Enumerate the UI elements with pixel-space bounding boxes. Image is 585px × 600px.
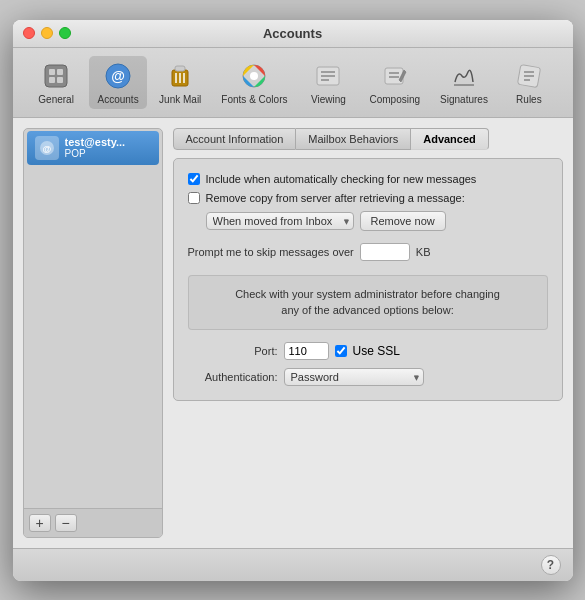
- tab-bar: Account Information Mailbox Behaviors Ad…: [173, 128, 563, 150]
- account-name: test@esty...: [65, 136, 126, 148]
- admin-info-box: Check with your system administrator bef…: [188, 275, 548, 330]
- viewing-label: Viewing: [311, 94, 346, 105]
- junk-icon: [164, 60, 196, 92]
- kb-label: KB: [416, 246, 431, 258]
- accounts-label: Accounts: [98, 94, 139, 105]
- skip-messages-row: Prompt me to skip messages over KB: [188, 243, 548, 261]
- accounts-icon: @: [102, 60, 134, 92]
- auth-dropdown-wrapper: Password MD5 Challenge-Response NTLM Ker…: [284, 368, 424, 386]
- tab-mailbox-behaviors[interactable]: Mailbox Behaviors: [296, 128, 411, 150]
- ssl-label: Use SSL: [353, 344, 400, 358]
- rules-icon: [513, 60, 545, 92]
- composing-icon: [379, 60, 411, 92]
- svg-text:@: @: [111, 68, 125, 84]
- traffic-lights: [23, 27, 71, 39]
- toolbar-item-signatures[interactable]: Signatures: [432, 56, 496, 109]
- svg-rect-3: [49, 77, 55, 83]
- toolbar-item-composing[interactable]: Composing: [361, 56, 428, 109]
- svg-text:@: @: [42, 144, 51, 154]
- info-text-line2: any of the advanced options below:: [281, 304, 453, 316]
- authentication-dropdown[interactable]: Password MD5 Challenge-Response NTLM Ker…: [284, 368, 424, 386]
- account-item[interactable]: @ test@esty... POP: [27, 131, 159, 165]
- port-label: Port:: [188, 345, 278, 357]
- account-type: POP: [65, 148, 126, 159]
- account-info: test@esty... POP: [65, 136, 126, 159]
- include-checking-checkbox[interactable]: [188, 173, 200, 185]
- minimize-button[interactable]: [41, 27, 53, 39]
- remove-copy-checkbox[interactable]: [188, 192, 200, 204]
- main-panel: Account Information Mailbox Behaviors Ad…: [173, 128, 563, 538]
- main-window: Accounts General @ Acc: [13, 20, 573, 581]
- tab-account-information[interactable]: Account Information: [173, 128, 297, 150]
- content-area: @ test@esty... POP + − Account Info: [13, 118, 573, 548]
- sidebar-footer: + −: [24, 508, 162, 537]
- signatures-label: Signatures: [440, 94, 488, 105]
- svg-rect-4: [57, 77, 63, 83]
- general-icon: [40, 60, 72, 92]
- colors-icon: [238, 60, 270, 92]
- composing-label: Composing: [369, 94, 420, 105]
- title-bar: Accounts: [13, 20, 573, 48]
- toolbar-item-rules[interactable]: Rules: [500, 56, 558, 109]
- close-button[interactable]: [23, 27, 35, 39]
- include-checking-label: Include when automatically checking for …: [206, 173, 477, 185]
- skip-messages-label: Prompt me to skip messages over: [188, 246, 354, 258]
- add-account-button[interactable]: +: [29, 514, 51, 532]
- colors-label: Fonts & Colors: [221, 94, 287, 105]
- rules-label: Rules: [516, 94, 542, 105]
- remove-copy-label: Remove copy from server after retrieving…: [206, 192, 465, 204]
- port-row: Port: Use SSL: [188, 342, 548, 360]
- svg-rect-8: [175, 66, 185, 71]
- remove-copy-row: Remove copy from server after retrieving…: [188, 192, 548, 204]
- account-icon: @: [35, 136, 59, 160]
- remove-now-button[interactable]: Remove now: [360, 211, 446, 231]
- footer-bar: ?: [13, 548, 573, 581]
- general-label: General: [38, 94, 74, 105]
- signatures-icon: [448, 60, 480, 92]
- toolbar-item-junk[interactable]: Junk Mail: [151, 56, 209, 109]
- ssl-checkbox[interactable]: [335, 345, 347, 357]
- svg-rect-2: [57, 69, 63, 75]
- remove-account-button[interactable]: −: [55, 514, 77, 532]
- maximize-button[interactable]: [59, 27, 71, 39]
- svg-point-13: [250, 72, 258, 80]
- account-list: @ test@esty... POP: [24, 129, 162, 508]
- toolbar: General @ Accounts Junk Ma: [13, 48, 573, 118]
- when-moved-row: When moved from Inbox Right away After o…: [188, 211, 548, 231]
- sidebar: @ test@esty... POP + −: [23, 128, 163, 538]
- svg-rect-1: [49, 69, 55, 75]
- auth-label: Authentication:: [188, 371, 278, 383]
- when-moved-wrapper: When moved from Inbox Right away After o…: [206, 212, 354, 230]
- authentication-row: Authentication: Password MD5 Challenge-R…: [188, 368, 548, 386]
- help-button[interactable]: ?: [541, 555, 561, 575]
- junk-label: Junk Mail: [159, 94, 201, 105]
- svg-rect-0: [45, 65, 67, 87]
- port-input[interactable]: [284, 342, 329, 360]
- toolbar-item-colors[interactable]: Fonts & Colors: [213, 56, 295, 109]
- toolbar-item-viewing[interactable]: Viewing: [299, 56, 357, 109]
- viewing-icon: [312, 60, 344, 92]
- skip-messages-input[interactable]: [360, 243, 410, 261]
- when-moved-dropdown[interactable]: When moved from Inbox Right away After o…: [206, 212, 354, 230]
- toolbar-item-accounts[interactable]: @ Accounts: [89, 56, 147, 109]
- window-title: Accounts: [263, 26, 322, 41]
- toolbar-item-general[interactable]: General: [27, 56, 85, 109]
- include-checking-row: Include when automatically checking for …: [188, 173, 548, 185]
- advanced-panel: Include when automatically checking for …: [173, 158, 563, 401]
- info-text-line1: Check with your system administrator bef…: [235, 288, 500, 300]
- tab-advanced[interactable]: Advanced: [411, 128, 489, 150]
